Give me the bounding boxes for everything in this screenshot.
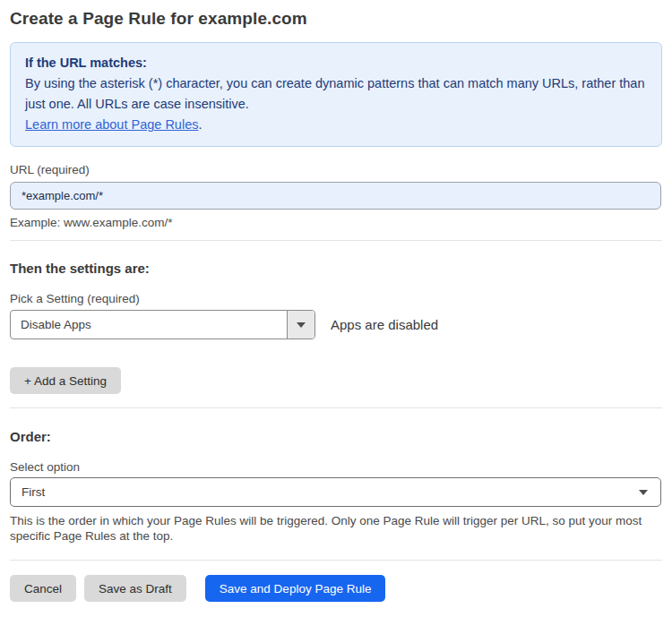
divider [10,407,662,408]
order-section-heading: Order: [10,429,662,444]
link-period: . [198,117,202,132]
create-page-rule-panel: Create a Page Rule for example.com If th… [0,0,672,602]
save-and-deploy-button[interactable]: Save and Deploy Page Rule [205,575,386,602]
url-field-label: URL (required) [10,163,662,176]
add-setting-button[interactable]: + Add a Setting [10,367,121,394]
setting-select-dropdown-button[interactable] [287,311,314,338]
footer-actions: Cancel Save as Draft Save and Deploy Pag… [10,575,662,602]
setting-select-value: Disable Apps [11,311,287,338]
setting-row: Disable Apps Apps are disabled [10,310,662,339]
info-box-body: By using the asterisk (*) character, you… [25,73,647,115]
url-example-text: Example: www.example.com/* [10,216,662,229]
url-match-info-box: If the URL matches: By using the asteris… [10,42,662,147]
order-select-label: Select option [10,460,662,474]
divider [10,240,662,241]
setting-select[interactable]: Disable Apps [10,310,315,339]
info-box-link-line: Learn more about Page Rules. [25,115,647,135]
divider [10,560,662,561]
url-input[interactable] [10,182,661,210]
order-help-text: This is the order in which your Page Rul… [10,513,655,544]
learn-more-link[interactable]: Learn more about Page Rules [25,117,198,132]
settings-section-heading: Then the settings are: [10,261,662,276]
info-box-heading: If the URL matches: [25,53,647,73]
pick-setting-label: Pick a Setting (required) [10,292,662,305]
order-select-value: First [22,485,45,499]
caret-down-icon [297,322,306,328]
order-select[interactable]: First [10,477,661,507]
setting-status-text: Apps are disabled [331,317,438,332]
caret-down-icon [639,490,648,495]
page-title: Create a Page Rule for example.com [10,0,662,29]
save-as-draft-button[interactable]: Save as Draft [84,575,186,602]
cancel-button[interactable]: Cancel [10,575,76,602]
